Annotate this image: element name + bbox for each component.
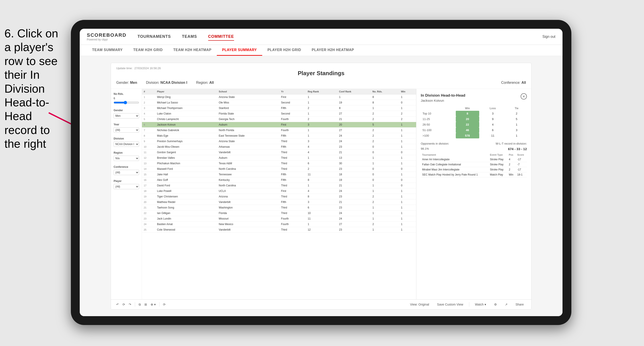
tournament-cell-name: Fallan Oak Collegiate Invitational [421, 162, 488, 167]
table-row[interactable]: 7 Nicholas Gabrelcik North Florida Fourt… [142, 128, 416, 133]
table-row[interactable]: 15 Jake Hall Tennessee Fifth 11 18 0 1 [142, 172, 416, 177]
conference-filter-group: Conference (All) [114, 165, 139, 175]
cell-conf: 20 [337, 122, 371, 128]
table-row[interactable]: 23 Jack Lundin Missouri Fourth 11 24 1 1 [142, 216, 416, 221]
cell-rds: 5 [371, 122, 399, 128]
table-row[interactable]: 20 Matthew Riedel Vanderbilt Fifth 3 21 … [142, 199, 416, 205]
toolbar-copy[interactable]: ⧉ [139, 303, 141, 306]
player-select[interactable]: (All) [114, 184, 139, 189]
cell-rds: 0 [371, 177, 399, 183]
region-filter-group-label: Region [114, 151, 139, 154]
sub-nav-player-h2h-grid[interactable]: PLAYER H2H GRID [262, 45, 306, 56]
col-event-type: Event Type [488, 153, 507, 157]
toolbar-view-original[interactable]: View: Original [408, 302, 431, 307]
cell-reg: 11 [306, 216, 337, 221]
h2h-close-button[interactable]: × [521, 93, 527, 100]
toolbar-undo[interactable]: ↶ [116, 303, 119, 306]
cell-conf: 24 [337, 139, 371, 144]
toolbar-save-custom[interactable]: Save Custom View [435, 302, 466, 307]
table-row[interactable]: 4 Luke Claton Florida State Second 1 27 … [142, 111, 416, 117]
col-player: Player [155, 89, 217, 94]
table-row[interactable]: 22 Ian Gilligan Florida Third 10 24 1 1 [142, 210, 416, 216]
cell-school: Kentucky [217, 177, 279, 183]
table-row[interactable]: 17 David Ford North Carolina Third 1 21 … [142, 183, 416, 188]
division-filter-group-label: Division [114, 137, 139, 140]
toolbar-more[interactable]: ⊕ ▾ [150, 303, 156, 306]
sub-nav-player-summary[interactable]: PLAYER SUMMARY [217, 45, 262, 56]
table-row[interactable]: 14 Maxwell Ford North Carolina Third 2 2… [142, 166, 416, 172]
table-row[interactable]: 10 Jacob Mou-Olesen Arkansas Fifth 4 23 … [142, 144, 416, 150]
cell-rds: 2 [371, 117, 399, 122]
cell-rank: 24 [142, 221, 155, 227]
toolbar-share[interactable]: Share [513, 302, 526, 307]
division-select[interactable]: NCAA Division I [114, 142, 139, 147]
division-filter-group: Division NCAA Division I [114, 137, 139, 147]
logo-subtitle: Powered by clippi [87, 38, 126, 41]
sign-out-link[interactable]: Sign out [542, 35, 556, 39]
table-row[interactable]: 13 Phichakun Maichon Texas A&M Third 6 3… [142, 161, 416, 166]
nav-item-tournaments[interactable]: TOURNAMENTS [138, 33, 171, 41]
cell-reg: 11 [306, 172, 337, 177]
division-filter-label: Division: NCAA Division I [146, 81, 187, 85]
table-row[interactable]: 2 Michael La Sasso Ole Miss Second 1 19 … [142, 100, 416, 105]
tournament-cell-score: -17 [516, 157, 527, 162]
cell-conf: 23 [337, 227, 371, 233]
table-row[interactable]: 1 Wenyi Ding Arizona State First 1 1 8 1 [142, 94, 416, 100]
h2h-col-range [421, 106, 456, 111]
cell-yr: First [279, 94, 306, 100]
table-row[interactable]: 19 Tiger Christensen Arizona Third 8 23 … [142, 194, 416, 199]
cell-rds: 1 [371, 183, 399, 188]
table-row[interactable]: 11 Gordon Sargent Vanderbilt Third 4 21 … [142, 150, 416, 155]
table-row[interactable]: 21 Taehoon Song Washington Third 6 23 1 … [142, 205, 416, 210]
tournament-cell-type: Stroke Play [488, 167, 507, 172]
sub-nav-team-h2h-grid[interactable]: TEAM H2H GRID [128, 45, 168, 56]
table-row[interactable]: 12 Brendan Valles Auburn Third 1 13 1 1 [142, 155, 416, 161]
toolbar-redo-1[interactable]: ⟳ [122, 303, 125, 306]
sub-nav-team-h2h-heatmap[interactable]: TEAM H2H HEATMAP [168, 45, 217, 56]
nav-item-committee[interactable]: COMMITTEE [208, 33, 234, 41]
nav-item-teams[interactable]: TEAMS [182, 33, 197, 41]
sub-nav-player-h2h-heatmap[interactable]: PLAYER H2H HEATMAP [306, 45, 360, 56]
table-row[interactable]: 18 Luke Powell UCLA First 4 24 1 1 [142, 188, 416, 194]
table-row[interactable]: 16 Alex Goff Kentucky Fifth 8 19 0 0 [142, 177, 416, 183]
toolbar-settings[interactable]: ⚙ [492, 302, 499, 307]
tournament-cell-pos: 2 [508, 162, 516, 167]
cell-school: East Tennessee State [217, 133, 279, 139]
cell-conf: 24 [337, 133, 371, 139]
cell-win: 0 [399, 183, 416, 188]
cell-player: Bastien Amat [155, 221, 217, 227]
toolbar-redo-2[interactable]: ↷ [129, 303, 131, 306]
cell-rank: 5 [142, 117, 155, 122]
toolbar-watch[interactable]: Watch ▾ [473, 302, 488, 307]
table-row[interactable]: 25 Cole Sherwood Vanderbilt Third 12 23 … [142, 227, 416, 233]
cell-yr: Fourth [279, 216, 306, 221]
cell-reg: 3 [306, 199, 337, 205]
cell-player: Christo Lamprecht [155, 117, 217, 122]
year-select[interactable]: (All) [114, 127, 139, 133]
toolbar-refresh[interactable]: ⟳ [163, 303, 166, 306]
cell-rank: 4 [142, 111, 155, 117]
region-select[interactable]: N/a [114, 156, 139, 161]
conference-select[interactable]: (All) [114, 170, 139, 175]
sub-nav-team-summary[interactable]: TEAM SUMMARY [87, 45, 128, 56]
cell-rank: 12 [142, 155, 155, 161]
cell-school: Ole Miss [217, 100, 279, 105]
conference-filter-group-label: Conference [114, 165, 139, 169]
table-row[interactable]: 8 Mats Ege East Tennessee State Fifth 1 … [142, 133, 416, 139]
cell-reg: 2 [306, 166, 337, 172]
h2h-wl-table: Win Loss Tie Top 10 8 3 2 11-25 20 9 5 2… [421, 106, 527, 138]
table-row[interactable]: 6 Jackson Koivun Auburn First 3 20 5 1 [142, 122, 416, 128]
toolbar-export[interactable]: ↗ [503, 302, 510, 307]
table-row[interactable]: 3 Michael Thorbjornsen Stanford Fifth 2 … [142, 105, 416, 111]
table-row[interactable]: 24 Bastien Amat New Mexico Fourth 1 27 2… [142, 221, 416, 227]
gender-select[interactable]: Men [114, 113, 139, 119]
no-rds-slider[interactable] [114, 101, 139, 104]
tournament-row: Mirabel Maui Jim Intercollegiate Stroke … [421, 167, 527, 172]
toolbar-paste[interactable]: ⊞ [144, 303, 147, 306]
table-row[interactable]: 5 Christo Lamprecht Georgia Tech Fourth … [142, 117, 416, 122]
table-row[interactable]: 9 Preston Summerhays Arizona State Third… [142, 139, 416, 144]
h2h-cell-range: 51-100 [421, 127, 456, 133]
cell-player: Luke Claton [155, 111, 217, 117]
cell-conf: 27 [337, 111, 371, 117]
cell-rds: 0 [371, 166, 399, 172]
